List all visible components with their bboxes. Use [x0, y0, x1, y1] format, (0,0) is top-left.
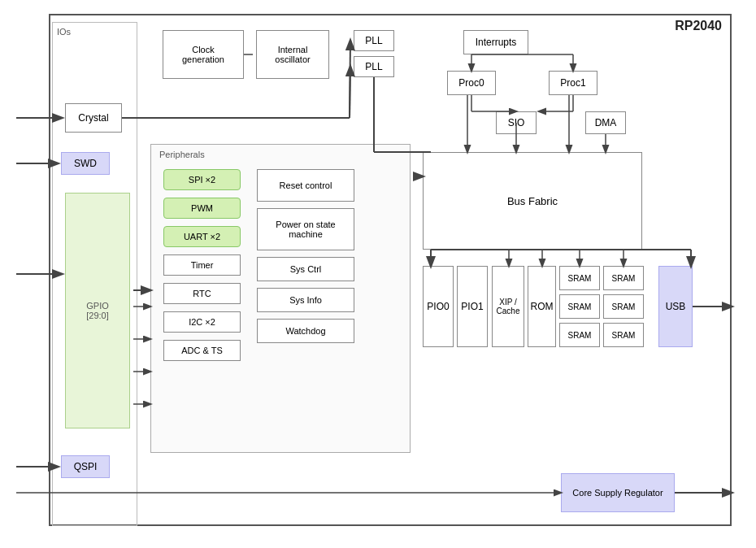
- watchdog-box: Watchdog: [257, 319, 354, 343]
- timer-box: Timer: [163, 254, 241, 276]
- sram6-box: SRAM: [603, 323, 644, 347]
- power-on-sm-box: Power on state machine: [257, 208, 354, 250]
- sys-info-box: Sys Info: [257, 288, 354, 312]
- interrupts-box: Interrupts: [463, 30, 528, 54]
- dma-box: DMA: [585, 111, 626, 134]
- i2c-box: I2C ×2: [163, 311, 241, 333]
- peripherals-label: Peripherals: [159, 150, 205, 159]
- usb-box: USB: [658, 266, 693, 347]
- crystal-box: Crystal: [65, 103, 122, 133]
- bus-fabric-box: Bus Fabric: [423, 152, 642, 250]
- qspi-box: QSPI: [61, 455, 110, 478]
- internal-osc-box: Internal oscillator: [256, 30, 329, 79]
- xip-label: XIP / Cache: [497, 298, 520, 315]
- pio0-label: PIO0: [427, 301, 449, 312]
- dma-label: DMA: [595, 117, 617, 128]
- pll1-box: PLL: [354, 30, 394, 51]
- gpio-box: GPIO [29:0]: [65, 193, 130, 428]
- clock-gen-box: Clock generation: [163, 30, 244, 79]
- adc-box: ADC & TS: [163, 340, 241, 361]
- pio1-box: PIO1: [457, 266, 488, 347]
- peripherals-outer: Peripherals SPI ×2 PWM UART ×2 Timer RTC…: [150, 144, 411, 453]
- reset-control-box: Reset control: [257, 169, 354, 202]
- sram3-box: SRAM: [559, 294, 600, 319]
- clock-gen-label: Clock generation: [182, 45, 224, 64]
- sram1-box: SRAM: [559, 266, 600, 290]
- xip-box: XIP / Cache: [492, 266, 524, 347]
- sram2-box: SRAM: [603, 266, 644, 290]
- rom-label: ROM: [531, 301, 554, 312]
- pll2-label: PLL: [365, 61, 382, 72]
- proc0-label: Proc0: [458, 77, 484, 89]
- qspi-label: QSPI: [74, 461, 98, 472]
- sio-label: SIO: [508, 117, 525, 128]
- sram4-box: SRAM: [603, 294, 644, 319]
- diagram-wrapper: RP2040 IOs Crystal SWD QSPI GPIO [29:0] …: [16, 14, 740, 534]
- pwm-box: PWM: [163, 198, 241, 219]
- pll1-label: PLL: [365, 35, 382, 46]
- pio0-box: PIO0: [423, 266, 454, 347]
- internal-osc-label: Internal oscillator: [275, 45, 310, 64]
- swd-box: SWD: [61, 152, 110, 175]
- proc0-box: Proc0: [447, 71, 496, 95]
- sram5-box: SRAM: [559, 323, 600, 347]
- spi-box: SPI ×2: [163, 169, 241, 190]
- proc1-box: Proc1: [549, 71, 597, 95]
- proc1-label: Proc1: [560, 77, 585, 89]
- usb-label: USB: [666, 301, 686, 312]
- swd-label: SWD: [74, 158, 97, 169]
- pio1-label: PIO1: [461, 301, 483, 312]
- pll2-box: PLL: [354, 56, 394, 77]
- rtc-box: RTC: [163, 283, 241, 304]
- rp2040-title: RP2040: [675, 19, 722, 33]
- core-supply-regulator-box: Core Supply Regulator: [561, 473, 675, 512]
- interrupts-label: Interrupts: [476, 37, 517, 48]
- uart-box: UART ×2: [163, 226, 241, 247]
- gpio-label: GPIO [29:0]: [86, 301, 109, 320]
- crystal-label: Crystal: [78, 112, 108, 124]
- bus-fabric-label: Bus Fabric: [507, 195, 558, 207]
- core-supply-regulator-label: Core Supply Regulator: [572, 488, 663, 498]
- rom-box: ROM: [528, 266, 556, 347]
- sys-ctrl-box: Sys Ctrl: [257, 257, 354, 281]
- sio-box: SIO: [496, 111, 537, 134]
